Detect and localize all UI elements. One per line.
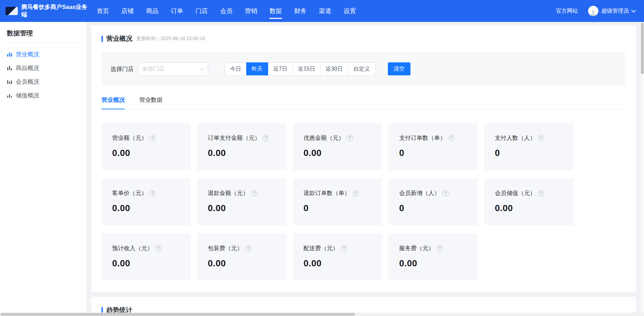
stat-value: 0.00: [208, 258, 280, 269]
help-icon[interactable]: [150, 135, 156, 141]
business-overview-card: 营业概况 更新时间：2025-06-18 12:00:10 选择门店 全部门店 …: [91, 25, 636, 292]
chevron-down-icon: [631, 8, 636, 13]
range-7days-button[interactable]: 近7日: [268, 62, 293, 75]
nav-item-finance[interactable]: 财务: [294, 0, 307, 22]
sidebar-item-member-overview[interactable]: 会员概况: [0, 75, 86, 88]
app-logo: [5, 7, 18, 15]
top-navbar: 腾马餐饮多商户Saas业务端 首页 店铺 商品 订单 门店 会员 营销 数据 财…: [0, 0, 644, 22]
help-icon[interactable]: [341, 245, 347, 252]
nav-item-data[interactable]: 数据: [269, 0, 283, 22]
nav-item-member[interactable]: 会员: [219, 0, 233, 22]
tab-business-overview[interactable]: 营业概况: [102, 96, 125, 109]
range-15days-button[interactable]: 近15日: [293, 62, 321, 75]
sidebar-item-label: 营业概况: [16, 50, 39, 58]
sidebar: 数据管理 营业概况 商品概况 会员概况 储值概况: [0, 22, 86, 313]
main-content: 营业概况 更新时间：2025-06-18 12:00:10 选择门店 全部门店 …: [86, 22, 641, 313]
vertical-scrollbar-thumb[interactable]: [641, 23, 644, 74]
stat-card-discount-amount: 优惠金额（元） 0.00: [293, 123, 382, 170]
horizontal-scrollbar[interactable]: [0, 313, 644, 316]
stat-value: 0.00: [112, 258, 184, 269]
navbar-right: 官方网站 超级管理员: [556, 6, 635, 16]
sidebar-item-stored-value-overview[interactable]: 储值概况: [0, 88, 86, 102]
stat-label: 优惠金额（元）: [303, 134, 344, 142]
update-time: 更新时间：2025-06-18 12:00:10: [136, 36, 205, 42]
card-header: 营业概况 更新时间：2025-06-18 12:00:10: [102, 34, 625, 43]
card-header: 趋势统计: [102, 306, 625, 313]
help-icon[interactable]: [245, 245, 251, 252]
help-icon[interactable]: [155, 245, 162, 252]
stat-card-refund-orders: 退款订单数（单） 0: [293, 178, 382, 225]
stat-label: 会员储值（元）: [495, 189, 536, 197]
overview-tabs: 营业概况 营业数据: [102, 96, 625, 109]
bar-chart-icon: [7, 79, 12, 84]
range-today-button[interactable]: 今日: [225, 62, 247, 75]
nav-item-order[interactable]: 订单: [170, 0, 184, 22]
tab-business-data[interactable]: 营业数据: [139, 96, 163, 109]
nav-item-store[interactable]: 门店: [195, 0, 208, 22]
help-icon[interactable]: [538, 190, 544, 196]
help-icon[interactable]: [538, 135, 544, 141]
stat-value: 0.00: [303, 148, 376, 158]
stat-card-order-paid-amount: 订单支付金额（元） 0.00: [197, 123, 286, 170]
range-30days-button[interactable]: 近30日: [320, 62, 348, 75]
bar-chart-icon: [7, 93, 12, 98]
nav-item-product[interactable]: 商品: [145, 0, 159, 22]
bar-chart-icon: [7, 65, 12, 71]
range-custom-button[interactable]: 自定义: [348, 62, 375, 75]
nav-item-marketing[interactable]: 营销: [244, 0, 258, 22]
help-icon[interactable]: [437, 245, 443, 252]
stat-label: 预计收入（元）: [112, 244, 153, 252]
help-icon[interactable]: [263, 135, 269, 141]
page-title: 营业概况: [106, 34, 132, 43]
stat-card-avg-order-value: 客单价（元） 0.00: [102, 178, 191, 225]
bar-chart-icon: [7, 51, 12, 57]
stat-card-packaging-fee: 包装费（元） 0.00: [197, 233, 286, 280]
clear-button[interactable]: 清空: [388, 62, 410, 75]
title-accent-bar: [102, 307, 103, 313]
trend-stats-card: 趋势统计: [91, 297, 636, 313]
nav-item-home[interactable]: 首页: [96, 0, 110, 22]
nav-item-shop[interactable]: 店铺: [121, 0, 134, 22]
vertical-scrollbar[interactable]: [641, 22, 644, 313]
help-icon[interactable]: [251, 190, 257, 196]
help-icon[interactable]: [150, 190, 156, 196]
horizontal-scrollbar-thumb[interactable]: [1, 313, 355, 316]
help-icon[interactable]: [442, 190, 449, 196]
stat-label: 客单价（元）: [112, 189, 147, 197]
sidebar-item-label: 储值概况: [16, 92, 39, 99]
stat-label: 订单支付金额（元）: [208, 134, 260, 142]
store-select[interactable]: 全部门店: [138, 62, 208, 75]
stat-value: 0: [399, 148, 472, 158]
range-yesterday-button[interactable]: 昨天: [246, 62, 268, 75]
stats-grid: 营业额（元） 0.00 订单支付金额（元） 0.00 优惠金额（元） 0.00 …: [102, 123, 625, 280]
stat-label: 服务费（元）: [399, 244, 434, 252]
user-menu[interactable]: 超级管理员: [588, 6, 635, 16]
stat-card-member-stored-value: 会员储值（元） 0.00: [484, 178, 573, 225]
stat-label: 会员新增（人）: [399, 189, 440, 197]
help-icon[interactable]: [353, 190, 359, 196]
stat-value: 0: [399, 203, 472, 214]
help-icon[interactable]: [347, 135, 353, 141]
filter-panel: 选择门店 全部门店 今日 昨天 近7日 近15日 近30日 自定义 清空: [102, 52, 625, 86]
store-select-label: 选择门店: [110, 65, 134, 73]
sidebar-item-business-overview[interactable]: 营业概况: [0, 47, 86, 61]
stat-card-revenue: 营业额（元） 0.00: [102, 123, 191, 170]
stat-label: 包装费（元）: [208, 244, 243, 252]
official-site-link[interactable]: 官方网站: [556, 8, 578, 15]
nav-item-channel[interactable]: 渠道: [318, 0, 332, 22]
date-range-group: 今日 昨天 近7日 近15日 近30日 自定义: [225, 62, 375, 75]
stat-value: 0.00: [112, 203, 184, 214]
stat-label: 营业额（元）: [112, 134, 147, 142]
nav-item-settings[interactable]: 设置: [343, 0, 357, 22]
user-avatar-icon: [588, 6, 598, 16]
stat-card-refund-amount: 退款金额（元） 0.00: [197, 178, 286, 225]
sidebar-item-label: 商品概况: [16, 64, 39, 72]
app-brand: 腾马餐饮多商户Saas业务端: [5, 3, 96, 19]
help-icon[interactable]: [448, 135, 454, 141]
sidebar-item-product-overview[interactable]: 商品概况: [0, 61, 86, 75]
stat-label: 配送费（元）: [303, 244, 338, 252]
chevron-down-icon: [200, 66, 204, 71]
app-title: 腾马餐饮多商户Saas业务端: [21, 3, 89, 19]
stat-label: 退款金额（元）: [208, 189, 249, 197]
stat-value: 0.00: [399, 258, 472, 269]
